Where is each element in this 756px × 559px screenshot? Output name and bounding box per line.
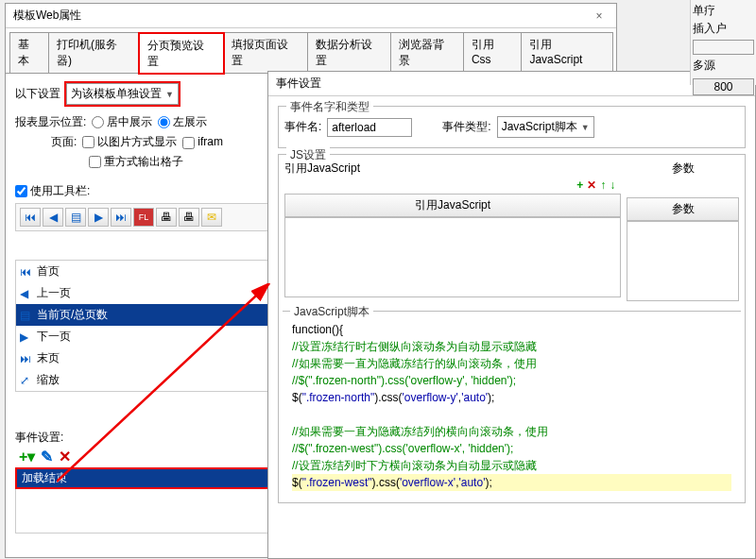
chevron-down-icon: ▼ (165, 90, 174, 99)
chk-toolbar[interactable]: 使用工具栏: (15, 183, 90, 199)
side-panel: 单疗 插入户 多源 800 (690, 0, 756, 85)
tool-print-icon[interactable]: 🖶 (156, 208, 177, 227)
script-fieldset: JavaScript脚本 function(){ //设置冻结行时右侧纵向滚动条… (283, 311, 741, 500)
page-label: 页面: (51, 134, 77, 150)
tab-css[interactable]: 引用Css (463, 32, 522, 73)
titlebar: 模板Web属性 × (6, 4, 616, 28)
remove-icon[interactable]: ✕ (587, 178, 596, 192)
chk-image[interactable]: 以图片方式显示 (82, 134, 177, 150)
code-editor[interactable]: function(){ //设置冻结行时右侧纵向滚动条为自动显示或隐藏 //如果… (288, 317, 735, 495)
event-delete-icon[interactable]: ✕ (59, 448, 71, 466)
tab-basic[interactable]: 基本 (9, 32, 49, 73)
tab-page-preview[interactable]: 分页预览设置 (139, 33, 224, 74)
tool-page-icon[interactable]: ▤ (65, 208, 86, 227)
side-box (693, 40, 754, 55)
tool-first-icon[interactable]: ⏮ (20, 208, 41, 227)
arrow-down-icon[interactable]: ↓ (610, 178, 615, 192)
event-add-icon[interactable]: +▾ (19, 448, 35, 466)
tabs: 基本 打印机(服务器) 分页预览设置 填报页面设置 数据分析设置 浏览器背景 引… (6, 28, 616, 74)
tool-mail-icon[interactable]: ✉ (201, 208, 222, 227)
param-label: 参数 (627, 161, 739, 177)
event-setting-dialog: 事件设置 事件名字和类型 事件名: afterload 事件类型: JavaSc… (267, 71, 756, 559)
dropdown-value: 为该模板单独设置 (71, 86, 162, 102)
report-pos-label: 报表显示位置: (15, 114, 86, 130)
event-type-label: 事件类型: (442, 119, 490, 135)
radio-center[interactable]: 居中展示 (92, 114, 152, 130)
dialog-title: 模板Web属性 (13, 8, 81, 24)
tab-data-analysis[interactable]: 数据分析设置 (307, 32, 392, 73)
arrow-up-icon[interactable]: ↑ (600, 178, 606, 192)
chevron-down-icon: ▼ (581, 123, 590, 132)
event-name-input[interactable]: afterload (327, 118, 412, 137)
ref-js-grid[interactable] (284, 217, 621, 297)
chk-iframe[interactable]: ifram (182, 135, 223, 148)
tool-flash-icon[interactable]: FL (133, 208, 154, 227)
ref-js-header: 引用JavaScript (284, 194, 621, 217)
titlebar: 事件设置 (268, 72, 755, 96)
event-type-dropdown[interactable]: JavaScript脚本 ▼ (497, 116, 594, 138)
tool-next-icon[interactable]: ▶ (88, 208, 109, 227)
event-name-label: 事件名: (284, 119, 321, 135)
legend: 事件名字和类型 (286, 99, 373, 115)
legend: JS设置 (286, 147, 330, 163)
name-type-fieldset: 事件名字和类型 事件名: afterload 事件类型: JavaScript脚… (278, 106, 746, 148)
js-setting-fieldset: JS设置 引用JavaScript + ✕ ↑ ↓ 引用JavaScript 参… (278, 154, 746, 503)
tool-last-icon[interactable]: ⏭ (111, 208, 131, 227)
side-num: 800 (693, 78, 754, 95)
tab-printer[interactable]: 打印机(服务器) (48, 32, 141, 73)
radio-left[interactable]: 左展示 (158, 114, 207, 130)
setting-label: 以下设置 (15, 86, 60, 102)
add-icon[interactable]: + (576, 178, 583, 192)
setting-dropdown[interactable]: 为该模板单独设置 ▼ (66, 83, 179, 105)
tab-form-page[interactable]: 填报页面设置 (223, 32, 308, 73)
param-grid[interactable] (627, 221, 739, 301)
tool-prev-icon[interactable]: ◀ (43, 208, 63, 227)
close-icon[interactable]: × (590, 9, 609, 23)
dialog-title: 事件设置 (276, 76, 321, 92)
param-header: 参数 (627, 197, 739, 221)
tool-print2-icon[interactable]: 🖶 (179, 208, 199, 227)
legend: JavaScript脚本 (290, 304, 373, 320)
chk-grid[interactable]: 重方式输出格子 (89, 154, 183, 170)
event-edit-icon[interactable]: ✎ (41, 448, 53, 466)
tab-browser-bg[interactable]: 浏览器背景 (390, 32, 464, 73)
tab-js[interactable]: 引用JavaScript (521, 32, 613, 73)
ref-js-label: 引用JavaScript (284, 161, 621, 177)
